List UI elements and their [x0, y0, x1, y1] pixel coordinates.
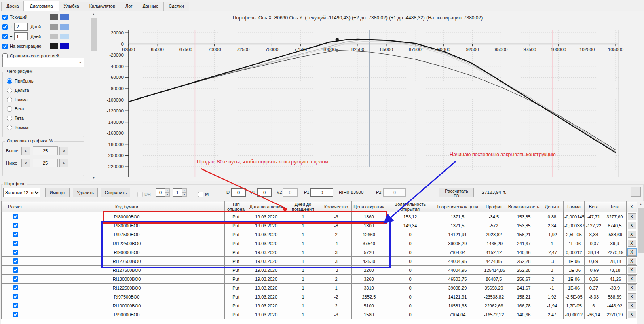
radio-Вега[interactable] — [7, 106, 12, 112]
v2-input[interactable]: 0 — [283, 188, 298, 197]
row-delete-button[interactable]: X — [628, 311, 636, 318]
strategy-select[interactable]: ⌄ — [2, 58, 84, 67]
row-calc-checkbox[interactable] — [13, 258, 18, 264]
row-calc-checkbox[interactable] — [13, 241, 18, 246]
column-header-3[interactable]: Дата погашения — [247, 201, 285, 212]
scrollbar-thumb[interactable] — [91, 18, 97, 51]
scroll-up-icon[interactable]: ▲ — [637, 201, 644, 208]
row-calc-checkbox[interactable] — [13, 312, 18, 317]
row-delete-button[interactable]: X — [628, 231, 636, 238]
color-swatch-icon[interactable] — [60, 34, 69, 39]
row-delete-button[interactable]: X — [628, 275, 636, 282]
days-input-2[interactable] — [14, 32, 28, 40]
row-delete-button[interactable]: X — [628, 249, 636, 256]
color-swatch-icon[interactable] — [60, 43, 69, 49]
legend-checkbox-2[interactable] — [2, 34, 8, 39]
p1-input[interactable]: 0 — [310, 188, 333, 197]
color-swatch-icon[interactable] — [50, 24, 58, 30]
color-swatch-icon[interactable] — [50, 34, 58, 39]
column-header-15[interactable]: X — [627, 201, 637, 212]
radio-Дельта[interactable] — [7, 88, 12, 93]
radio-Тета[interactable] — [7, 116, 12, 121]
delete-button[interactable]: Удалить — [73, 188, 98, 197]
scrollbar-thumb[interactable] — [638, 208, 644, 253]
increment-button[interactable]: > — [59, 159, 68, 167]
color-swatch-icon[interactable] — [60, 24, 69, 30]
save-button[interactable]: Сохранить — [101, 188, 130, 197]
row-calc-checkbox[interactable] — [13, 223, 18, 228]
percent-input[interactable] — [33, 159, 58, 167]
row-calc-checkbox[interactable] — [13, 276, 18, 282]
increment-button[interactable]: > — [59, 147, 68, 155]
column-header-1[interactable]: Код бумаги — [29, 201, 225, 212]
legend-checkbox-1[interactable] — [2, 24, 8, 30]
column-header-10[interactable]: Волатильность — [507, 201, 541, 212]
percent-input[interactable] — [33, 146, 58, 155]
tab-Лог[interactable]: Лог — [120, 2, 137, 11]
column-header-7[interactable]: Волатильность открытия — [386, 201, 434, 212]
decrement-button[interactable]: < — [21, 159, 30, 167]
radio-Прибыль[interactable] — [7, 78, 12, 84]
row-calc-checkbox[interactable] — [13, 303, 18, 308]
row-calc-checkbox[interactable] — [13, 294, 18, 299]
tab-Улыбка[interactable]: Улыбка — [59, 2, 84, 11]
column-header-4[interactable]: Дней до погашения — [285, 201, 321, 212]
import-button[interactable]: Импорт — [45, 188, 70, 197]
row-calc-checkbox[interactable] — [13, 285, 18, 290]
column-header-11[interactable]: Дельта — [541, 201, 564, 212]
column-header-8[interactable]: Теоретическая цена — [434, 201, 481, 212]
column-header-2[interactable]: Тип опциона — [225, 201, 247, 212]
tab-Диаграмма[interactable]: Диаграмма — [23, 1, 59, 11]
column-header-13[interactable]: Вега — [585, 201, 603, 212]
color-swatch-icon[interactable] — [50, 14, 58, 20]
collapse-button[interactable]: _ — [631, 187, 641, 197]
portfolio-preset-select[interactable]: Занятие 12_н — [3, 188, 40, 197]
row-calc-checkbox[interactable] — [13, 250, 18, 255]
dh-spinner-2[interactable]: 1 ▲▼ — [173, 188, 188, 197]
table-scrollbar[interactable]: ▲ — [637, 201, 644, 324]
dh-spinner-1-value[interactable]: 0 — [156, 188, 165, 197]
row-delete-button[interactable]: X — [628, 222, 636, 229]
left-panel-scrollbar[interactable]: ▲ ▼ — [90, 11, 97, 181]
scroll-up-icon[interactable]: ▲ — [90, 11, 97, 18]
spinner-arrows-icon[interactable]: ▲▼ — [165, 188, 170, 197]
row-delete-button[interactable]: X — [628, 293, 636, 300]
dh-spinner-1[interactable]: 0 ▲▼ — [156, 188, 171, 197]
radio-Вомма[interactable] — [7, 125, 12, 130]
radio-Гамма[interactable] — [7, 97, 12, 102]
d-input[interactable]: 0 — [231, 188, 246, 197]
row-delete-button[interactable]: X — [628, 267, 636, 273]
column-header-0[interactable]: Расчет — [2, 201, 29, 212]
tab-Сделки[interactable]: Сделки — [163, 2, 189, 11]
tab-Данные[interactable]: Данные — [137, 2, 164, 11]
column-header-5[interactable]: Количество — [321, 201, 352, 212]
legend-checkbox-3[interactable] — [2, 44, 8, 49]
row-delete-button[interactable]: X — [628, 258, 636, 265]
column-header-6[interactable]: Цена открытия — [352, 201, 386, 212]
calc-margin-button[interactable]: Рассчитать ГО — [439, 188, 474, 197]
color-swatch-icon[interactable] — [50, 43, 58, 49]
column-header-12[interactable]: Гамма — [564, 201, 585, 212]
days-input-1[interactable] — [14, 23, 28, 31]
row-calc-checkbox[interactable] — [13, 232, 18, 237]
tab-Калькулятор[interactable]: Калькулятор — [84, 2, 120, 11]
color-swatch-icon[interactable] — [60, 14, 69, 20]
row-calc-checkbox[interactable] — [13, 214, 18, 219]
m-checkbox[interactable] — [198, 192, 203, 197]
row-delete-button[interactable]: X — [628, 240, 636, 247]
tab-Доска[interactable]: Доска — [1, 2, 24, 11]
spinner-arrows-icon[interactable]: ▲▼ — [182, 188, 187, 197]
dh-spinner-2-value[interactable]: 1 — [173, 188, 182, 197]
legend-checkbox-0[interactable] — [2, 15, 8, 20]
p2-input[interactable]: 0 — [383, 188, 406, 197]
row-delete-button[interactable]: X — [628, 213, 636, 220]
v1-input[interactable]: 0 — [257, 188, 272, 197]
column-header-9[interactable]: Профит — [481, 201, 507, 212]
dh-checkbox[interactable] — [137, 192, 143, 197]
row-delete-button[interactable]: X — [628, 284, 636, 291]
row-delete-button[interactable]: X — [628, 302, 636, 309]
scroll-down-icon[interactable]: ▼ — [90, 174, 97, 181]
column-header-14[interactable]: Тета — [603, 201, 627, 212]
row-calc-checkbox[interactable] — [13, 267, 18, 273]
decrement-button[interactable]: < — [21, 147, 30, 155]
